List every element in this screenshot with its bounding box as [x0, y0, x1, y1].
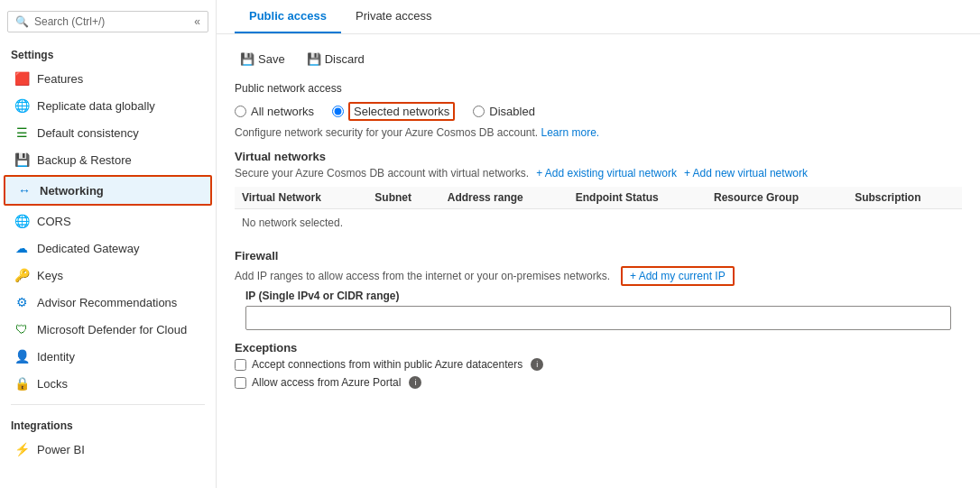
sidebar-item-gateway[interactable]: ☁ Dedicated Gateway [0, 235, 216, 262]
exception-azure-portal-checkbox[interactable] [235, 377, 246, 389]
firewall-desc-row: Add IP ranges to allow access from the i… [235, 266, 962, 286]
add-existing-vnet-button[interactable]: + Add existing virtual network [536, 167, 677, 180]
exception-azure-dc: Accept connections from within public Az… [235, 358, 962, 371]
locks-icon: 🔒 [14, 375, 30, 391]
public-network-access-label: Public network access [235, 82, 962, 95]
radio-group: All networks Selected networks Disabled [235, 102, 962, 121]
radio-disabled[interactable]: Disabled [473, 105, 535, 118]
table-row-empty: No network selected. [235, 209, 962, 237]
info-text: Configure network security for your Azur… [235, 126, 962, 139]
search-bar[interactable]: 🔍 Search (Ctrl+/) « [7, 11, 208, 32]
save-button[interactable]: 💾 Save [235, 49, 291, 69]
cors-icon: 🌐 [14, 213, 30, 229]
discard-button[interactable]: 💾 Discard [301, 49, 370, 69]
sidebar-item-label: Advisor Recommendations [37, 296, 177, 309]
exception-azure-dc-label: Accept connections from within public Az… [252, 358, 522, 371]
sidebar-item-keys[interactable]: 🔑 Keys [0, 262, 216, 289]
exceptions-heading: Exceptions [235, 341, 962, 354]
firewall-section: Firewall Add IP ranges to allow access f… [235, 249, 962, 330]
firewall-heading: Firewall [235, 249, 962, 262]
discard-icon: 💾 [307, 52, 321, 66]
ip-input[interactable] [245, 306, 951, 330]
col-address-range: Address range [440, 187, 569, 209]
defender-icon: 🛡 [14, 321, 30, 337]
sidebar-item-cors[interactable]: 🌐 CORS [0, 207, 216, 235]
sidebar-item-label: CORS [37, 215, 71, 228]
replicate-icon: 🌐 [14, 97, 30, 114]
vnet-desc-row: Secure your Azure Cosmos DB account with… [235, 167, 962, 180]
add-ip-button[interactable]: + Add my current IP [621, 266, 735, 286]
tab-private-access[interactable]: Private access [341, 0, 447, 33]
exception-azure-dc-info-icon[interactable]: i [531, 358, 543, 371]
gateway-icon: ☁ [14, 240, 30, 256]
main-content: Public access Private access 💾 Save 💾 Di… [217, 0, 980, 488]
sidebar-item-label: Locks [37, 377, 68, 391]
col-subnet: Subnet [367, 187, 439, 209]
networking-icon: ↔ [16, 182, 32, 198]
radio-selected-input[interactable] [332, 106, 344, 117]
exception-azure-portal: Allow access from Azure Portal i [235, 376, 962, 389]
exception-azure-portal-info-icon[interactable]: i [409, 376, 421, 389]
sidebar-item-powerbi[interactable]: ⚡ Power BI [0, 436, 216, 463]
identity-icon: 👤 [14, 348, 30, 364]
sidebar-item-advisor[interactable]: ⚙ Advisor Recommendations [0, 289, 216, 316]
tabs-bar: Public access Private access [217, 0, 980, 34]
col-resource-group: Resource Group [707, 187, 847, 209]
sidebar-item-label: Dedicated Gateway [37, 242, 139, 255]
search-placeholder: Search (Ctrl+/) [34, 15, 105, 28]
sidebar-item-locks[interactable]: 🔒 Locks [0, 370, 216, 397]
sidebar-item-label: Microsoft Defender for Cloud [37, 323, 187, 336]
sidebar-item-label: Power BI [37, 443, 85, 456]
exception-azure-dc-checkbox[interactable] [235, 359, 246, 371]
features-icon: 🟥 [14, 70, 30, 87]
sidebar-item-consistency[interactable]: ☰ Default consistency [0, 119, 216, 146]
powerbi-icon: ⚡ [14, 441, 30, 457]
radio-all-networks[interactable]: All networks [235, 105, 314, 118]
learn-more-link[interactable]: Learn more. [541, 126, 599, 139]
radio-selected-networks[interactable]: Selected networks [332, 102, 455, 121]
sidebar-item-features[interactable]: 🟥 Features [0, 65, 216, 92]
sidebar-item-identity[interactable]: 👤 Identity [0, 343, 216, 370]
content-area: 💾 Save 💾 Discard Public network access A… [217, 34, 980, 409]
sidebar-item-replicate[interactable]: 🌐 Replicate data globally [0, 92, 216, 119]
tab-public-access[interactable]: Public access [235, 0, 341, 33]
firewall-desc: Add IP ranges to allow access from the i… [235, 270, 610, 282]
col-endpoint-status: Endpoint Status [569, 187, 707, 209]
sidebar-divider [11, 404, 205, 405]
sidebar-item-label: Identity [37, 350, 75, 364]
radio-selected-label: Selected networks [354, 105, 449, 118]
sidebar-item-defender[interactable]: 🛡 Microsoft Defender for Cloud [0, 316, 216, 343]
virtual-networks-section: Virtual networks Secure your Azure Cosmo… [235, 150, 962, 236]
sidebar-item-label: Features [37, 72, 83, 86]
sidebar-item-label: Backup & Restore [37, 153, 132, 167]
col-subscription: Subscription [847, 187, 962, 209]
vnet-desc: Secure your Azure Cosmos DB account with… [235, 167, 529, 180]
backup-icon: 💾 [14, 152, 30, 168]
toolbar: 💾 Save 💾 Discard [235, 49, 962, 69]
radio-all-input[interactable] [235, 106, 246, 117]
radio-disabled-label: Disabled [489, 105, 535, 118]
integrations-section-title: Integrations [0, 412, 216, 436]
radio-all-label: All networks [251, 105, 314, 118]
consistency-icon: ☰ [14, 124, 30, 141]
vnet-table: Virtual Network Subnet Address range End… [235, 187, 962, 236]
sidebar-item-networking-wrapper: ↔ Networking [4, 175, 212, 206]
save-icon: 💾 [240, 52, 254, 66]
radio-disabled-input[interactable] [473, 106, 485, 117]
vnet-heading: Virtual networks [235, 150, 962, 163]
collapse-icon[interactable]: « [194, 15, 200, 28]
search-icon: 🔍 [15, 15, 29, 28]
add-new-vnet-button[interactable]: + Add new virtual network [684, 167, 808, 180]
sidebar-item-networking[interactable]: ↔ Networking [5, 177, 210, 204]
settings-section-title: Settings [0, 41, 216, 65]
exception-azure-portal-label: Allow access from Azure Portal [252, 376, 401, 389]
keys-icon: 🔑 [14, 267, 30, 283]
sidebar-item-backup[interactable]: 💾 Backup & Restore [0, 146, 216, 173]
ip-label: IP (Single IPv4 or CIDR range) [245, 290, 962, 302]
no-network-text: No network selected. [235, 209, 962, 237]
advisor-icon: ⚙ [14, 294, 30, 310]
sidebar: 🔍 Search (Ctrl+/) « Settings 🟥 Features … [0, 0, 217, 488]
exceptions-section: Exceptions Accept connections from withi… [235, 341, 962, 389]
sidebar-item-label: Replicate data globally [37, 99, 155, 113]
sidebar-item-label: Keys [37, 269, 63, 282]
